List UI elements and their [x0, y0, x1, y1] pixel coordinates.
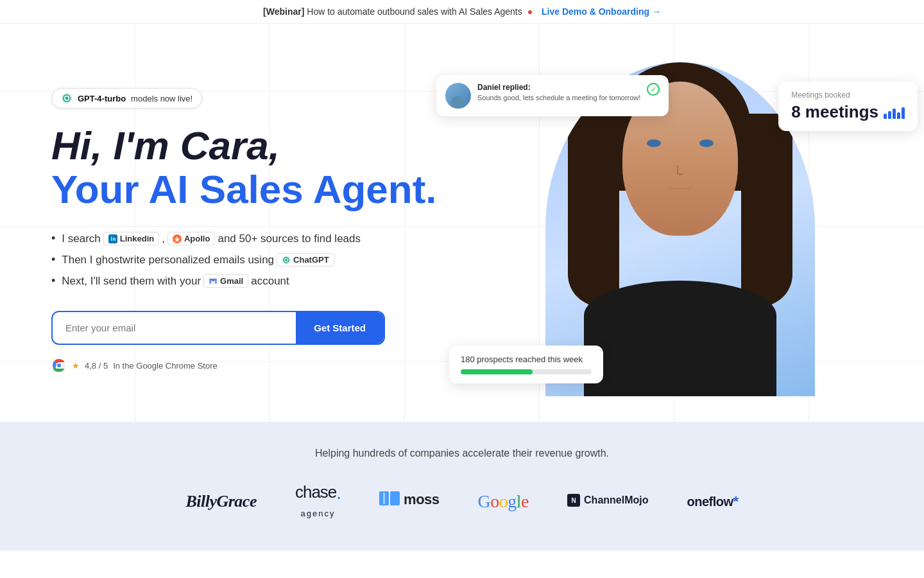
gpt-badge-model: GPT-4-turbo: [78, 94, 126, 103]
chat-avatar: [445, 83, 471, 109]
email-form: Get Started: [51, 311, 385, 345]
feature-item-3: Next, I'll send them with your Gmail acc…: [51, 274, 475, 288]
chat-message: Sounds good, lets schedule a meeting for…: [477, 93, 640, 103]
svg-point-1: [65, 97, 69, 100]
logo-google: Google: [478, 491, 529, 512]
companies-tagline: Helping hundreds of companies accelerate…: [38, 448, 886, 459]
feature-list: I search Linkedin , Apollo and 50+ sourc…: [51, 232, 475, 288]
check-icon: ✓: [647, 83, 660, 96]
apollo-badge: Apollo: [167, 232, 215, 245]
banner-webinar-text: How to automate outbound sales with AI S…: [307, 6, 522, 17]
hero-title-line2: Your AI Sales Agent.: [51, 168, 475, 211]
chat-name: Daniel replied:: [477, 83, 640, 92]
gmail-badge: Gmail: [203, 274, 248, 288]
hero-left-content: GPT-4-turbo models now live! Hi, I'm Car…: [51, 49, 475, 373]
prospects-label: 180 prospects reached this week: [461, 355, 592, 364]
gpt-badge-suffix: models now live!: [131, 94, 193, 103]
hero-section: GPT-4-turbo models now live! Hi, I'm Car…: [0, 24, 924, 422]
svg-rect-12: [383, 493, 385, 504]
gpt-badge: GPT-4-turbo models now live!: [51, 88, 202, 109]
hero-title-line1: Hi, I'm Cara,: [51, 124, 475, 168]
svg-point-5: [285, 259, 287, 261]
top-banner: [Webinar] How to automate outbound sales…: [0, 0, 924, 24]
logo-billy-grace: BillyGrace: [185, 492, 257, 511]
moss-book-icon: [379, 491, 400, 508]
get-started-button[interactable]: Get Started: [296, 312, 384, 344]
svg-text:N: N: [571, 497, 576, 504]
channelmojo-icon: N: [567, 494, 580, 507]
banner-webinar-label: [Webinar]: [263, 6, 304, 17]
chrome-rating: ★ 4,8 / 5 In the Google Chrome Store: [51, 358, 475, 373]
meetings-count: 8 meetings: [791, 102, 905, 122]
feature-item-2: Then I ghostwrite personalized emails us…: [51, 253, 475, 267]
chatgpt-badge: ChatGPT: [277, 253, 334, 267]
meetings-label: Meetings booked: [791, 91, 905, 100]
rating-score: 4,8 / 5: [85, 361, 108, 371]
banner-dot: ●: [527, 6, 533, 17]
logo-oneflow: oneflow*: [687, 493, 738, 510]
feature-item-1: I search Linkedin , Apollo and 50+ sourc…: [51, 232, 475, 245]
hair-left: [568, 114, 619, 306]
chat-content: Daniel replied: Sounds good, lets schedu…: [477, 83, 640, 103]
chrome-icon: [51, 358, 67, 373]
bar-chart-icon: [884, 106, 905, 119]
email-input[interactable]: [53, 312, 296, 344]
svg-rect-11: [390, 491, 400, 505]
hair-right: [741, 114, 792, 306]
logo-moss: moss: [379, 491, 439, 512]
star-icon: ★: [72, 361, 80, 371]
progress-fill: [461, 369, 533, 374]
openai-icon: [61, 92, 73, 104]
meetings-card: Meetings booked 8 meetings: [778, 82, 918, 131]
logo-channelmojo: N ChannelMojo: [567, 494, 648, 509]
rating-suffix: In the Google Chrome Store: [113, 361, 218, 371]
logo-chase-agency: chase. agency: [295, 482, 341, 520]
body: [584, 281, 776, 396]
prospects-card: 180 prospects reached this week: [449, 346, 603, 383]
linkedin-badge: Linkedin: [103, 232, 159, 245]
chat-bubble: Daniel replied: Sounds good, lets schedu…: [436, 75, 669, 116]
progress-bar: [461, 369, 592, 374]
companies-logos: BillyGrace chase. agency moss Google: [38, 482, 886, 520]
live-demo-link[interactable]: Live Demo & Onboarding →: [542, 6, 661, 17]
companies-section: Helping hundreds of companies accelerate…: [0, 422, 924, 550]
svg-point-9: [57, 363, 61, 367]
hero-right-content: Daniel replied: Sounds good, lets schedu…: [475, 49, 886, 422]
